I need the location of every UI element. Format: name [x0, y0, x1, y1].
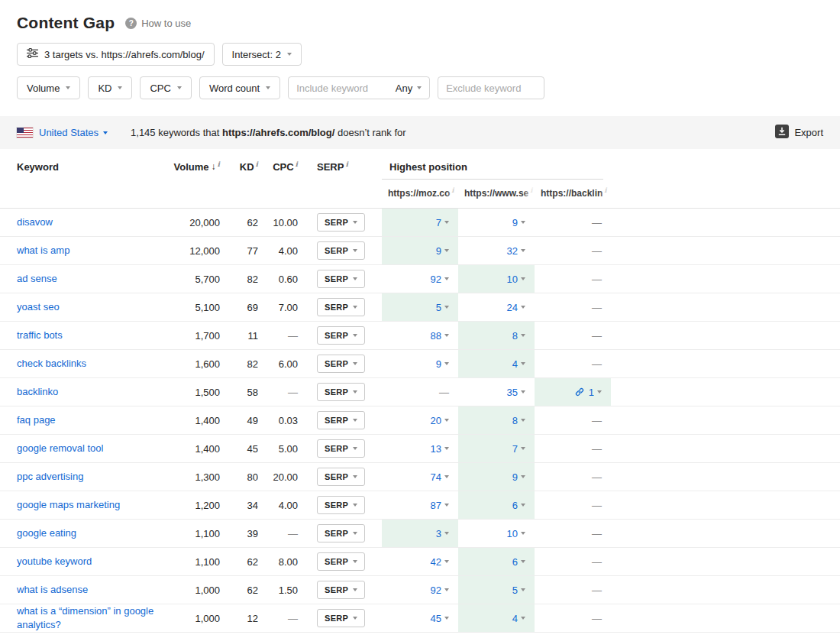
position-cell[interactable]: 8: [458, 322, 535, 349]
keyword-link[interactable]: what is a “dimension” in google analytic…: [17, 604, 162, 631]
exclude-keyword-input[interactable]: [438, 76, 544, 99]
serp-dropdown-button[interactable]: SERP: [317, 326, 365, 345]
col-header-volume[interactable]: Volume↓i: [170, 161, 220, 173]
keyword-link[interactable]: yoast seo: [17, 300, 60, 314]
position-cell[interactable]: 4: [458, 350, 535, 377]
position-cell[interactable]: 20: [382, 406, 458, 434]
keyword-link[interactable]: backlinko: [17, 385, 58, 399]
chevron-down-icon: [444, 419, 449, 422]
table-row: faq page1,400490.03SERP208—: [0, 406, 840, 435]
kd-filter-dropdown[interactable]: KD: [88, 76, 132, 99]
keyword-link[interactable]: google maps marketing: [17, 498, 120, 512]
position-cell[interactable]: 32: [458, 237, 535, 264]
position-cell[interactable]: 42: [382, 548, 458, 575]
position-cell[interactable]: 1: [535, 378, 611, 406]
cpc-filter-dropdown[interactable]: CPC: [140, 76, 191, 99]
serp-dropdown-button[interactable]: SERP: [317, 524, 365, 542]
keyword-link[interactable]: google eating: [17, 526, 76, 540]
position-cell[interactable]: 3: [382, 520, 458, 547]
targets-button[interactable]: 3 targets vs. https://ahrefs.com/blog/: [17, 43, 215, 66]
position-cell[interactable]: 24: [458, 293, 535, 321]
chevron-down-icon: [444, 588, 449, 591]
serp-dropdown-button[interactable]: SERP: [317, 298, 365, 316]
keyword-link[interactable]: faq page: [17, 413, 56, 427]
position-cell[interactable]: 74: [382, 463, 458, 491]
include-keyword-input[interactable]: [296, 83, 389, 94]
serp-dropdown-button[interactable]: SERP: [317, 213, 365, 232]
position-cell[interactable]: 87: [382, 491, 458, 519]
col-header-serp[interactable]: SERPi: [298, 161, 382, 173]
position-cell: —: [535, 491, 611, 519]
volume-filter-label: Volume: [27, 83, 60, 94]
position-cell[interactable]: 9: [382, 237, 458, 264]
col-header-target-3[interactable]: https://backlini: [535, 187, 611, 199]
serp-button-label: SERP: [325, 246, 348, 255]
keyword-link[interactable]: youtube keyword: [17, 555, 92, 568]
position-cell[interactable]: 92: [382, 576, 458, 604]
position-value: 9: [512, 471, 518, 483]
position-cell[interactable]: 9: [458, 463, 535, 491]
serp-cell: SERP: [298, 576, 382, 604]
intersect-dropdown[interactable]: Intersect: 2: [222, 43, 302, 66]
serp-dropdown-button[interactable]: SERP: [317, 270, 365, 288]
no-rank-dash: —: [592, 330, 602, 342]
position-cell[interactable]: 5: [458, 576, 535, 604]
serp-dropdown-button[interactable]: SERP: [317, 411, 365, 429]
position-cell[interactable]: 7: [382, 209, 458, 236]
export-icon: [775, 125, 789, 141]
serp-dropdown-button[interactable]: SERP: [317, 609, 365, 627]
position-cell[interactable]: 92: [382, 265, 458, 293]
col-header-target-1[interactable]: https://moz.coi: [382, 187, 458, 199]
position-cell[interactable]: 13: [382, 435, 458, 462]
chevron-down-icon: [118, 86, 122, 89]
position-value: 20: [431, 415, 441, 426]
position-cell[interactable]: 6: [458, 491, 535, 519]
export-button[interactable]: Export: [775, 125, 823, 141]
include-mode-label: Any: [396, 83, 412, 94]
position-cell[interactable]: 9: [458, 209, 535, 236]
serp-dropdown-button[interactable]: SERP: [317, 496, 365, 514]
country-selector[interactable]: United States: [39, 127, 108, 138]
keyword-link[interactable]: what is adsense: [17, 583, 88, 597]
serp-dropdown-button[interactable]: SERP: [317, 241, 365, 260]
position-value: 10: [507, 528, 518, 539]
position-cell[interactable]: 8: [458, 406, 535, 434]
position-cell[interactable]: 6: [458, 548, 535, 575]
serp-dropdown-button[interactable]: SERP: [317, 355, 365, 373]
how-to-use-link[interactable]: ? How to use: [125, 18, 191, 29]
position-cell[interactable]: 10: [458, 520, 535, 547]
position-cell: —: [535, 576, 611, 604]
position-cell[interactable]: 5: [382, 293, 458, 321]
keyword-link[interactable]: what is amp: [17, 244, 69, 257]
position-value: 5: [436, 302, 441, 313]
position-cell[interactable]: 45: [382, 604, 458, 632]
position-cell[interactable]: 10: [458, 265, 535, 293]
serp-cell: SERP: [298, 237, 382, 264]
serp-dropdown-button[interactable]: SERP: [317, 439, 365, 458]
position-cell[interactable]: 9: [382, 350, 458, 377]
serp-dropdown-button[interactable]: SERP: [317, 468, 365, 486]
serp-dropdown-button[interactable]: SERP: [317, 383, 365, 401]
volume-filter-dropdown[interactable]: Volume: [17, 76, 80, 99]
keyword-link[interactable]: ad sense: [17, 272, 57, 286]
position-cell[interactable]: 35: [458, 378, 535, 406]
serp-button-label: SERP: [325, 331, 348, 340]
include-mode-dropdown[interactable]: Any: [389, 83, 422, 94]
col-header-kd[interactable]: KDi: [220, 161, 258, 173]
position-cell[interactable]: 4: [458, 604, 535, 632]
keyword-link[interactable]: traffic bots: [17, 329, 63, 342]
position-cell[interactable]: 88: [382, 322, 458, 349]
keyword-link[interactable]: ppc advertising: [17, 470, 83, 484]
word-count-filter-dropdown[interactable]: Word count: [199, 76, 280, 99]
serp-button-label: SERP: [325, 557, 348, 566]
position-cell[interactable]: 7: [458, 435, 535, 462]
serp-dropdown-button[interactable]: SERP: [317, 552, 365, 571]
keyword-link[interactable]: disavow: [17, 215, 53, 229]
position-value: 4: [512, 613, 518, 624]
col-header-keyword[interactable]: Keyword: [17, 161, 170, 173]
serp-dropdown-button[interactable]: SERP: [317, 581, 365, 599]
col-header-cpc[interactable]: CPCi: [258, 161, 298, 173]
keyword-link[interactable]: check backlinks: [17, 357, 86, 371]
col-header-target-2[interactable]: https://www.sei: [458, 187, 535, 199]
keyword-link[interactable]: google removal tool: [17, 442, 103, 455]
